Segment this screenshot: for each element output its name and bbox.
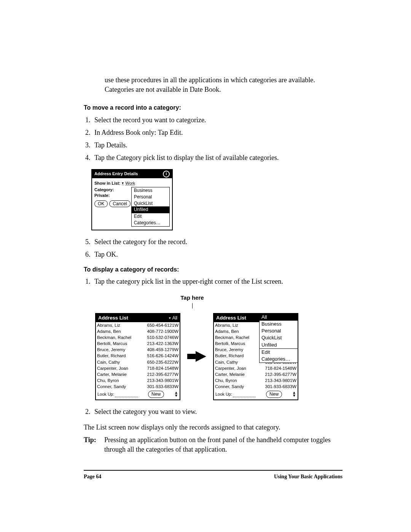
- new-button[interactable]: New: [148, 391, 164, 398]
- move-steps-list: Select the record you want to categorize…: [84, 115, 342, 163]
- dialog-title: Address Entry Details: [94, 171, 138, 177]
- list-item[interactable]: Conner, Sandy301-933-6833W: [96, 383, 180, 390]
- category-dropdown[interactable]: Business Personal QuickList Unfiled Edit…: [131, 187, 170, 227]
- scroll-arrows-right[interactable]: ▲▼: [292, 391, 296, 397]
- category-option-unfiled[interactable]: Unfiled: [132, 206, 169, 213]
- move-step-3: Tap Details.: [92, 141, 342, 150]
- category-picklist-all[interactable]: All: [169, 315, 177, 321]
- tap-here-pointer: [192, 303, 193, 308]
- category-option-business[interactable]: Business: [132, 187, 169, 194]
- list-item[interactable]: Carter, Melanie212-395-6277W: [214, 371, 298, 377]
- list-item[interactable]: Carpenter, Joan718-824-1548W: [214, 365, 298, 371]
- page-footer: Page 64 Using Your Basic Applications: [84, 470, 342, 481]
- move-step-5: Select the category for the record.: [92, 237, 342, 247]
- address-list-table: Abrams, Liz650-454-6121W Adams, Ben408-7…: [96, 322, 180, 390]
- show-in-list-picklist[interactable]: Work: [122, 181, 135, 186]
- show-in-list-label: Show in List:: [94, 181, 120, 186]
- move-step-6: Tap OK.: [92, 250, 342, 259]
- chapter-title: Using Your Basic Applications: [274, 473, 342, 481]
- list-item[interactable]: Beckman, Rachel510-532-0746W: [96, 334, 180, 340]
- tap-here-label: Tap here: [180, 294, 204, 301]
- list-item[interactable]: Bruce, Jeremy408-459-1279W: [96, 347, 180, 353]
- list-item[interactable]: Abrams, Liz650-454-6121W: [96, 322, 180, 328]
- address-entry-details-dialog: Address Entry Details i Show in List: Wo…: [91, 169, 173, 230]
- list-item[interactable]: Adams, Ben408-772-1900W: [96, 328, 180, 334]
- info-icon[interactable]: i: [163, 171, 170, 177]
- tip-label: Tip:: [84, 435, 99, 454]
- lookup-label: Look Up:: [97, 392, 114, 396]
- new-button-right[interactable]: New: [266, 391, 282, 398]
- display-step-2: Select the category you want to view.: [92, 407, 342, 417]
- cat-option-quicklist[interactable]: QuickList: [260, 334, 298, 341]
- chevron-down-icon[interactable]: ▼: [174, 394, 178, 397]
- cancel-button[interactable]: Cancel: [109, 200, 130, 208]
- move-step-4: Tap the Category pick list to display th…: [92, 153, 342, 163]
- section-move-heading: To move a record into a category:: [84, 104, 342, 112]
- address-list-right: Address List All Business Personal Quick…: [213, 313, 298, 400]
- category-option-personal[interactable]: Personal: [132, 194, 169, 200]
- lookup-input[interactable]: [115, 397, 138, 397]
- display-result-text: The List screen now displays only the re…: [84, 423, 342, 432]
- display-steps-list-2: Select the category you want to view.: [84, 407, 342, 417]
- address-list-title-right: Address List: [216, 315, 246, 321]
- arrow-right-icon: [196, 351, 206, 362]
- cat-option-edit[interactable]: Edit Categories…: [260, 348, 298, 363]
- private-label: Private:: [94, 193, 129, 198]
- cat-option-personal[interactable]: Personal: [260, 328, 298, 334]
- intro-paragraph: use these procedures in all the applicat…: [105, 75, 342, 94]
- lookup-label-right: Look Up:: [215, 392, 232, 396]
- list-item[interactable]: Chu, Byron213-343-9801W: [214, 377, 298, 383]
- category-option-quicklist[interactable]: QuickList: [132, 200, 169, 207]
- cat-option-business[interactable]: Business: [260, 321, 298, 328]
- category-option-edit[interactable]: Edit Categories…: [132, 213, 169, 226]
- scroll-arrows[interactable]: ▲▼: [174, 391, 178, 397]
- ok-button[interactable]: OK: [94, 200, 108, 208]
- tip-text: Pressing an application button on the fr…: [104, 435, 342, 454]
- cat-option-unfiled[interactable]: Unfiled: [260, 342, 298, 348]
- address-list-left: Address List All Abrams, Liz650-454-6121…: [95, 313, 180, 400]
- list-item[interactable]: Carter, Melanie212-395-6277W: [96, 371, 180, 377]
- list-item[interactable]: Carpenter, Joan718-824-1548W: [96, 365, 180, 371]
- display-step-1: Tap the category pick list in the upper-…: [92, 277, 342, 286]
- category-menu-open[interactable]: All Business Personal QuickList Unfiled …: [259, 313, 298, 363]
- section-display-heading: To display a category of records:: [84, 265, 342, 274]
- list-item[interactable]: Chu, Byron213-343-9801W: [96, 377, 180, 383]
- address-list-title: Address List: [98, 315, 128, 321]
- list-item[interactable]: Bertolli, Marcus213-422-1363W: [96, 340, 180, 347]
- move-steps-list-cont: Select the category for the record. Tap …: [84, 237, 342, 259]
- page-number: Page 64: [84, 473, 101, 481]
- list-item[interactable]: Butler, Richard516-626-1424W: [96, 353, 180, 359]
- list-item[interactable]: Cain, Cathy650-235-6222W: [96, 359, 180, 365]
- category-label: Category:: [94, 187, 129, 193]
- cat-option-all[interactable]: All: [260, 314, 298, 321]
- display-steps-list: Tap the category pick list in the upper-…: [84, 277, 342, 286]
- move-step-1: Select the record you want to categorize…: [92, 115, 342, 125]
- list-item[interactable]: Conner, Sandy301-933-6833W: [214, 383, 298, 390]
- lookup-input-right[interactable]: [233, 397, 256, 397]
- move-step-2: In Address Book only: Tap Edit.: [92, 128, 342, 137]
- chevron-down-icon[interactable]: ▼: [292, 394, 296, 397]
